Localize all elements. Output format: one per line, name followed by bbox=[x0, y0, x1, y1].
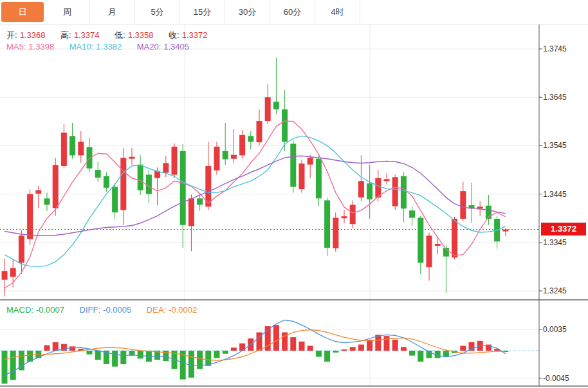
tab-周[interactable]: 周 bbox=[45, 0, 90, 24]
diff-label: DIFF: bbox=[80, 305, 101, 315]
candle-body bbox=[435, 244, 441, 246]
candle-body bbox=[502, 229, 508, 231]
macd-bar bbox=[120, 351, 126, 364]
macd-bar bbox=[299, 342, 305, 351]
current-price-value: 1.3372 bbox=[551, 224, 576, 234]
candle-body bbox=[61, 133, 67, 166]
chart-area[interactable]: 开:1.3368 高:1.3374 低:1.3358 收:1.3372 MA5:… bbox=[0, 24, 588, 388]
macd-bar bbox=[290, 337, 296, 351]
candle-body bbox=[129, 157, 135, 159]
macd-bar bbox=[367, 340, 372, 351]
macd-bar bbox=[401, 347, 407, 351]
macd-bar bbox=[273, 325, 279, 351]
macd-bar bbox=[44, 345, 50, 351]
candle-body bbox=[104, 176, 109, 188]
macd-bar bbox=[69, 346, 75, 351]
macd-bar bbox=[342, 349, 347, 351]
macd-bar bbox=[333, 351, 338, 353]
tab-60分[interactable]: 60分 bbox=[270, 0, 315, 24]
macd-bar bbox=[223, 351, 228, 354]
tab-日[interactable]: 日 bbox=[1, 2, 44, 22]
timeframe-tabbar: 日周月5分15分30分60分4时 bbox=[0, 0, 588, 24]
dea-value: -0.0002 bbox=[169, 305, 197, 315]
candle-body bbox=[78, 142, 84, 155]
axis-tick-label: 1.3545 bbox=[543, 141, 585, 150]
candle-body bbox=[188, 198, 194, 226]
candle-body bbox=[239, 135, 245, 156]
candles bbox=[2, 58, 509, 297]
candle-body bbox=[367, 183, 372, 199]
tab-30分[interactable]: 30分 bbox=[225, 0, 270, 24]
tab-月[interactable]: 月 bbox=[90, 0, 135, 24]
close-value: 1.3372 bbox=[182, 30, 208, 40]
candle-body bbox=[333, 217, 338, 248]
candle-body bbox=[401, 176, 407, 208]
macd-lines bbox=[5, 320, 506, 376]
kline-chart-app: 日周月5分15分30分60分4时 开:1.3368 高:1.3374 低:1.3… bbox=[0, 0, 588, 388]
macd-bar bbox=[10, 351, 16, 380]
candle-body bbox=[384, 179, 390, 181]
macd-bar bbox=[418, 351, 423, 362]
macd-bar bbox=[358, 345, 364, 351]
candle-body bbox=[469, 205, 475, 208]
tab-4时[interactable]: 4时 bbox=[315, 0, 360, 24]
candle-body bbox=[214, 147, 220, 171]
ma20-label: MA20: bbox=[137, 42, 161, 51]
macd-label: MACD: bbox=[6, 305, 33, 315]
candle-body bbox=[427, 236, 432, 267]
candle-body bbox=[19, 236, 24, 263]
macd-bar bbox=[87, 351, 93, 355]
macd-bar bbox=[460, 346, 466, 351]
candle-body bbox=[180, 151, 186, 225]
dea-label: DEA: bbox=[147, 305, 166, 315]
candle-body bbox=[350, 205, 356, 224]
candle-body bbox=[53, 165, 59, 208]
tab-15分[interactable]: 15分 bbox=[180, 0, 225, 24]
candle-body bbox=[248, 136, 253, 142]
candle-body bbox=[231, 155, 237, 159]
macd-histogram bbox=[2, 325, 509, 383]
axis-tick-label: 1.3345 bbox=[543, 238, 585, 247]
macd-bar bbox=[384, 336, 390, 351]
candle-body bbox=[138, 165, 143, 190]
macd-bar bbox=[316, 351, 322, 357]
candle-body bbox=[452, 219, 457, 257]
candle-body bbox=[120, 158, 126, 210]
candle-body bbox=[35, 190, 41, 194]
candle-body bbox=[257, 121, 262, 142]
ohlc-legend: 开:1.3368 高:1.3374 低:1.3358 收:1.3372 bbox=[6, 30, 210, 41]
ma-legend: MA5:1.3398 MA10:1.3382 MA20:1.3405 bbox=[6, 42, 192, 51]
tab-5分[interactable]: 5分 bbox=[135, 0, 180, 24]
candle-body bbox=[290, 143, 296, 187]
macd-bar bbox=[469, 342, 475, 351]
candle-body bbox=[265, 97, 271, 121]
ma5-label: MA5: bbox=[6, 42, 26, 51]
macd-bar bbox=[214, 351, 220, 358]
macd-bar bbox=[392, 340, 398, 351]
axis-tick-label: -0.0045 bbox=[543, 374, 585, 383]
low-value: 1.3358 bbox=[128, 30, 154, 40]
macd-bar bbox=[112, 351, 118, 367]
diff-line bbox=[5, 320, 506, 376]
candle-body bbox=[44, 198, 50, 205]
candle-body bbox=[316, 159, 322, 199]
candle-body bbox=[342, 216, 347, 218]
diff-value: -0.0005 bbox=[103, 305, 131, 315]
current-price-tag: 1.3372 bbox=[541, 223, 586, 236]
axis-tick-label: 1.3745 bbox=[543, 44, 585, 53]
candle-body bbox=[409, 210, 415, 217]
candle-body bbox=[477, 207, 483, 208]
candle-body bbox=[10, 268, 16, 277]
kline-svg[interactable] bbox=[0, 24, 588, 388]
macd-bar bbox=[138, 351, 143, 358]
candle-body bbox=[163, 163, 169, 172]
macd-bar bbox=[409, 351, 415, 356]
macd-bar bbox=[231, 347, 237, 351]
high-label: 高: bbox=[60, 30, 71, 40]
candle-body bbox=[95, 170, 101, 178]
macd-value: -0.0007 bbox=[36, 305, 64, 315]
candle-body bbox=[308, 158, 313, 165]
candle-body bbox=[273, 102, 279, 109]
macd-bar bbox=[188, 351, 194, 378]
ma5-value: 1.3398 bbox=[28, 42, 54, 51]
